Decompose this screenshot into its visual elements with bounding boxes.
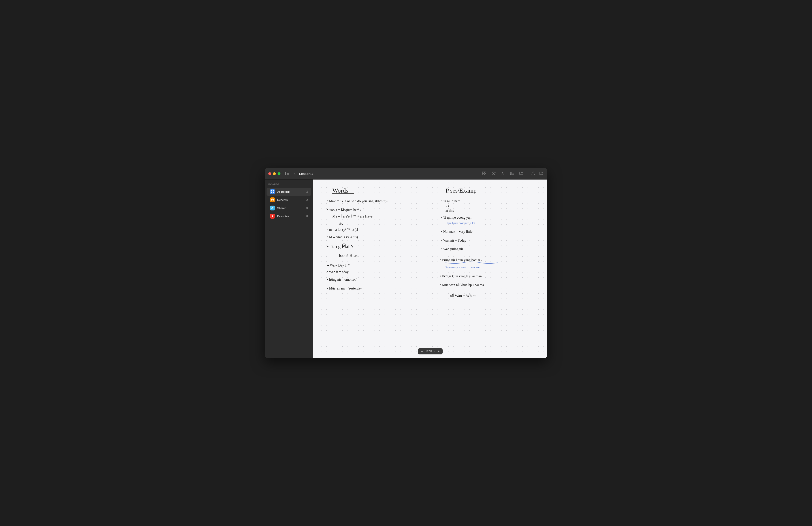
share-icon[interactable] xyxy=(531,170,536,177)
favorites-icon xyxy=(270,214,275,218)
svg-text:•  Mûa wan níı khun bp i nai m: • Mûa wan níı khun bp i nai ma xyxy=(440,283,484,287)
svg-text:•  Wan níí = Today: • Wan níí = Today xyxy=(441,239,466,242)
svg-text:●  Wₙ = Day  T       ʷ: ● Wₙ = Day T ʷ xyxy=(327,264,349,267)
recents-badge: 2 xyxy=(304,198,308,201)
all-boards-label: All Boards xyxy=(277,190,302,194)
sidebar-item-recents[interactable]: Recents 2 xyxy=(266,196,311,204)
right-heading: P ses/Examp xyxy=(446,187,477,194)
svg-text:•  lrûng níı –  omorro  /: • lrûng níı – omorro / xyxy=(327,278,357,282)
favorites-badge: 0 xyxy=(304,215,308,218)
image-icon[interactable] xyxy=(509,171,515,177)
nav-controls: ‹ Lesson 2 xyxy=(293,170,313,177)
layers-icon[interactable] xyxy=(491,171,496,177)
svg-text:loonᵃ  Blus: loonᵃ Blus xyxy=(339,253,358,258)
canvas-content: Words • Ma₁ⁿ = "Y g or ' o." do you isn'… xyxy=(313,180,547,358)
minimize-button[interactable] xyxy=(273,172,276,175)
folder-icon[interactable] xyxy=(519,171,524,177)
svg-text:áḱ-: áḱ- xyxy=(339,222,343,226)
svg-text:•  ↑ûh g M̄al Y: • ↑ûh g M̄al Y xyxy=(327,244,354,249)
svg-rect-5 xyxy=(482,173,484,175)
back-button[interactable]: ‹ xyxy=(293,170,296,177)
svg-text:◦  ıu  – a lot (yᵒ/ᵛᵉ  t) (sl: ◦ ıu – a lot (yᵒ/ᵛᵉ t) (sl xyxy=(327,228,358,232)
svg-rect-11 xyxy=(271,190,272,191)
titlebar-actions xyxy=(531,170,544,177)
external-link-icon[interactable] xyxy=(538,171,544,177)
svg-text:•  M  – m̀an  < ry  -atus): • M – m̀an < ry -atus) xyxy=(327,235,358,239)
favorites-label: Favorites xyxy=(277,215,302,218)
svg-point-17 xyxy=(273,207,273,208)
sidebar-section-label: Boards xyxy=(265,183,313,187)
recents-label: Recents xyxy=(277,198,302,202)
zoom-value: 117% xyxy=(424,350,433,353)
page-title: Lesson 2 xyxy=(299,172,313,175)
svg-rect-0 xyxy=(285,172,286,175)
text-icon[interactable]: A xyxy=(500,171,506,177)
sidebar-item-all-boards[interactable]: All Boards 2 xyxy=(266,188,311,196)
svg-rect-3 xyxy=(287,174,289,175)
svg-text:at   this: at this xyxy=(446,209,454,212)
zoom-in-button[interactable]: + xyxy=(436,349,441,354)
svg-rect-14 xyxy=(273,192,274,193)
svg-text:Here  have  bosquito  a lot: Here have bosquito a lot xyxy=(446,222,475,225)
svg-text:•  Mûa' an níí – Yesterday: • Mûa' an níí – Yesterday xyxy=(327,286,362,290)
zoom-separator: ▾ xyxy=(434,350,436,353)
svg-point-16 xyxy=(272,207,273,208)
titlebar: ‹ Lesson 2 xyxy=(265,168,547,180)
shared-badge: 0 xyxy=(304,207,308,210)
all-boards-icon xyxy=(270,189,275,194)
grid-view-icon[interactable] xyxy=(481,171,487,177)
svg-text:Tom row  y u want to go w ere: Tom row y u want to go w ere xyxy=(446,266,479,269)
svg-text:•  Wan prûng níı: • Wan prûng níı xyxy=(441,247,463,251)
close-button[interactable] xyxy=(268,172,271,175)
shared-label: Shared xyxy=(277,207,302,210)
svg-text:níı̋ Wan = Wh    au ‹: níı̋ Wan = Wh au ‹ xyxy=(450,294,479,298)
svg-text:•  Yoo g = M̀squito  here  /: • Yoo g = M̀squito here / xyxy=(327,208,361,212)
left-heading: Words xyxy=(333,187,348,194)
svg-rect-4 xyxy=(482,172,484,173)
svg-text:•  Ti níj = here: • Ti níj = here xyxy=(441,199,460,203)
svg-text:A: A xyxy=(502,172,504,175)
svg-text:•  Prᵃg  íı k un yaag b ai ai : • Prᵃg íı k un yaag b ai ai mái? xyxy=(440,274,482,278)
main-window: ‹ Lesson 2 xyxy=(265,168,547,358)
svg-text:•  Noi mak = very little: • Noi mak = very little xyxy=(441,230,473,233)
svg-rect-9 xyxy=(510,172,514,175)
svg-text:•  Ma₁ⁿ = "Y g or ' o." do you: • Ma₁ⁿ = "Y g or ' o." do you isn't, il/… xyxy=(327,199,388,203)
svg-text:•  Wan íí = oday: • Wan íí = oday xyxy=(327,270,349,274)
svg-text:•  Prûng níı l hun yàng boai n: • Prûng níı l hun yàng boai n.? xyxy=(440,258,482,262)
svg-rect-2 xyxy=(287,173,289,173)
fullscreen-button[interactable] xyxy=(278,172,280,175)
shared-icon xyxy=(270,205,275,211)
svg-rect-7 xyxy=(484,173,486,175)
svg-rect-6 xyxy=(484,172,486,173)
content-area: Boards All Boards 2 xyxy=(265,180,547,358)
svg-text:Me = T̄ere's/T̄ᵃᵐ ᵘⁿ are Have: Me = T̄ere's/T̄ᵃᵐ ᵘⁿ are Have xyxy=(333,214,373,218)
canvas-area[interactable]: Words • Ma₁ⁿ = "Y g or ' o." do you isn'… xyxy=(313,180,547,358)
traffic-lights xyxy=(268,172,280,175)
toolbar-tools: A xyxy=(481,171,524,177)
sidebar-item-favorites[interactable]: Favorites 0 xyxy=(266,212,311,220)
recents-icon xyxy=(270,197,275,202)
svg-rect-12 xyxy=(273,190,274,191)
svg-rect-1 xyxy=(287,172,289,172)
sidebar-toggle-icon[interactable] xyxy=(285,172,289,176)
sidebar: Boards All Boards 2 xyxy=(265,180,313,358)
svg-text:↓      ↓: ↓ ↓ xyxy=(446,204,449,207)
svg-rect-13 xyxy=(271,192,272,193)
svg-text:•  Ti níí me yoong yuh: • Ti níí me yoong yuh xyxy=(441,215,471,219)
zoom-control: − 117% ▾ + xyxy=(418,348,443,354)
zoom-out-button[interactable]: − xyxy=(420,349,424,354)
all-boards-badge: 2 xyxy=(304,190,308,193)
sidebar-item-shared[interactable]: Shared 0 xyxy=(266,204,311,212)
